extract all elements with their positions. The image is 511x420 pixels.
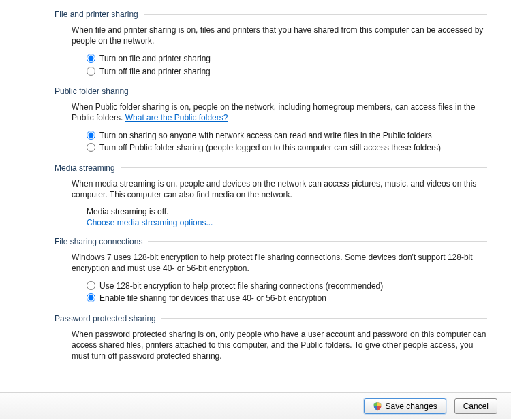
radio-label[interactable]: Use 128-bit encryption to help protect f…	[99, 280, 487, 291]
section-title: File sharing connections	[55, 237, 142, 246]
section-title: Media streaming	[55, 163, 115, 173]
section-description: When media streaming is on, people and d…	[72, 178, 487, 200]
section-header: Password protected sharing	[55, 314, 487, 323]
section-file-sharing-connections: File sharing connections Windows 7 uses …	[55, 237, 487, 304]
section-header: File and printer sharing	[55, 10, 487, 19]
radio-label[interactable]: Turn off file and printer sharing	[99, 66, 487, 77]
divider	[161, 318, 487, 319]
section-header: Media streaming	[55, 163, 487, 173]
media-streaming-status: Media streaming is off.	[87, 207, 487, 216]
radio-file-printer-off[interactable]	[87, 67, 95, 76]
button-label: Save changes	[386, 402, 437, 411]
section-media-streaming: Media streaming When media streaming is …	[55, 163, 487, 227]
radio-label[interactable]: Enable file sharing for devices that use…	[99, 293, 487, 304]
radio-40-56bit-encryption[interactable]	[87, 293, 95, 302]
shield-icon	[373, 402, 382, 411]
radio-public-folder-on[interactable]	[87, 131, 95, 140]
section-header: File sharing connections	[55, 237, 487, 246]
section-title: File and printer sharing	[55, 10, 138, 19]
dialog-footer: Save changes Cancel	[0, 392, 511, 419]
section-public-folder-sharing: Public folder sharing When Public folder…	[55, 86, 487, 154]
section-header: Public folder sharing	[55, 86, 487, 96]
section-description: Windows 7 uses 128-bit encryption to hel…	[72, 252, 487, 274]
divider	[134, 91, 487, 91]
radio-label[interactable]: Turn on file and printer sharing	[99, 53, 487, 64]
divider	[121, 167, 487, 168]
divider	[144, 14, 487, 15]
link-what-are-public-folders[interactable]: What are the Public folders?	[125, 113, 228, 123]
link-choose-media-streaming-options[interactable]: Choose media streaming options...	[87, 218, 487, 227]
radio-label[interactable]: Turn on sharing so anyone with network a…	[99, 130, 487, 141]
section-password-protected-sharing: Password protected sharing When password…	[55, 314, 487, 362]
section-description: When file and printer sharing is on, fil…	[72, 25, 487, 46]
section-title: Password protected sharing	[55, 314, 156, 323]
radio-public-folder-off[interactable]	[87, 143, 95, 152]
section-description: When password protected sharing is on, o…	[72, 329, 487, 362]
section-file-printer-sharing: File and printer sharing When file and p…	[55, 10, 487, 77]
radio-file-printer-on[interactable]	[87, 54, 95, 63]
advanced-sharing-settings-panel: File and printer sharing When file and p…	[0, 0, 511, 392]
section-description: When Public folder sharing is on, people…	[72, 101, 487, 123]
radio-label[interactable]: Turn off Public folder sharing (people l…	[99, 142, 487, 153]
section-title: Public folder sharing	[55, 86, 129, 96]
radio-128bit-encryption[interactable]	[87, 281, 95, 290]
cancel-button[interactable]: Cancel	[454, 398, 497, 414]
button-label: Cancel	[463, 402, 489, 411]
divider	[148, 241, 487, 242]
save-changes-button[interactable]: Save changes	[364, 398, 446, 414]
